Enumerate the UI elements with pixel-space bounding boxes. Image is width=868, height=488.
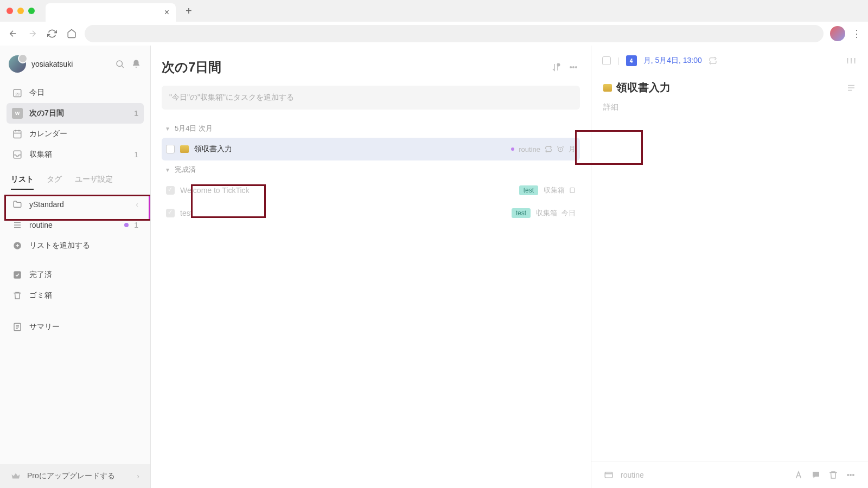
bell-icon[interactable] xyxy=(131,59,142,69)
task-meta: routine 月 xyxy=(511,144,576,154)
sidebar-item-trash[interactable]: ゴミ箱 xyxy=(7,285,144,306)
sidebar-bottom: 完了済 ゴミ箱 サマリー xyxy=(0,265,150,337)
main-header: 次の7日間 ••• xyxy=(162,59,580,76)
color-dot-icon xyxy=(511,147,514,151)
sidebar-item-completed[interactable]: 完了済 xyxy=(7,265,144,285)
sidebar-item-label: カレンダー xyxy=(29,129,67,139)
detail-footer: routine ••• xyxy=(591,461,868,488)
detail-title-row: 領収書入力 xyxy=(603,80,856,95)
task-row[interactable]: test test 収集箱 今日 xyxy=(162,202,580,224)
reload-icon[interactable] xyxy=(46,27,59,40)
page-title: 次の7日間 xyxy=(162,59,545,76)
priority-icon[interactable]: !!! xyxy=(846,56,857,65)
close-window-icon[interactable] xyxy=(7,8,13,14)
task-list-label: 収集箱 xyxy=(536,208,557,218)
sort-icon[interactable] xyxy=(550,61,563,74)
count-badge: 1 xyxy=(134,150,138,159)
section-label: 5月4日 次月 xyxy=(175,124,213,133)
section-header[interactable]: ▼ 5月4日 次月 xyxy=(162,119,580,138)
date-badge[interactable]: 4 xyxy=(626,55,637,66)
task-row[interactable]: 領収書入力 routine 月 xyxy=(162,138,580,160)
smart-lists: 29 今日 W 次の7日間 1 カレンダー 収集箱 1 xyxy=(0,82,150,165)
browser-chrome: × + ⋮ xyxy=(0,0,868,46)
task-list-label: routine xyxy=(519,145,540,153)
task-row[interactable]: Welcome to TickTick test 収集箱 xyxy=(162,179,580,202)
tab-bar: × + xyxy=(0,0,868,22)
list-meta: 1 xyxy=(124,221,138,229)
url-input[interactable] xyxy=(85,25,824,42)
text-format-icon[interactable] xyxy=(793,470,804,480)
profile-avatar-icon[interactable] xyxy=(830,26,845,41)
detail-list-label[interactable]: routine xyxy=(621,471,644,479)
trash-icon xyxy=(12,290,23,301)
task-title: 領収書入力 xyxy=(194,144,506,154)
sidebar-item-label: リストを追加する xyxy=(29,241,90,251)
task-checkbox[interactable] xyxy=(166,209,175,217)
tab-list[interactable]: リスト xyxy=(11,170,34,190)
add-task-input[interactable]: "今日"の"収集箱"にタスクを追加する xyxy=(162,86,580,110)
browser-menu-icon[interactable]: ⋮ xyxy=(852,28,861,40)
repeat-icon xyxy=(545,145,552,153)
task-date: 月 xyxy=(569,144,576,154)
sidebar-add-list[interactable]: リストを追加する xyxy=(7,235,144,256)
alarm-icon xyxy=(557,145,564,153)
trash-icon[interactable] xyxy=(828,470,839,480)
description-toggle-icon[interactable] xyxy=(846,83,856,93)
sidebar-item-calendar[interactable]: カレンダー xyxy=(7,124,144,144)
task-checkbox[interactable] xyxy=(166,186,175,195)
detail-description[interactable]: 詳細 xyxy=(603,102,856,112)
username-label[interactable]: yosiakatsuki xyxy=(31,60,109,68)
sidebar-item-inbox[interactable]: 収集箱 1 xyxy=(7,144,144,165)
window-controls[interactable] xyxy=(7,8,41,14)
home-icon[interactable] xyxy=(65,27,78,40)
repeat-icon[interactable] xyxy=(709,56,717,65)
receipt-icon xyxy=(180,145,189,153)
list-select-icon[interactable] xyxy=(603,470,614,480)
svg-rect-11 xyxy=(605,472,612,478)
tag-chip[interactable]: test xyxy=(512,208,531,218)
maximize-window-icon[interactable] xyxy=(28,8,35,14)
plus-circle-icon xyxy=(12,240,23,251)
collapse-triangle-icon: ▼ xyxy=(165,167,170,173)
tag-chip[interactable]: test xyxy=(519,185,538,195)
search-icon[interactable] xyxy=(114,59,125,69)
svg-text:29: 29 xyxy=(15,92,20,96)
sidebar-header: yosiakatsuki xyxy=(0,46,150,82)
task-meta: 収集箱 xyxy=(544,185,576,195)
upgrade-banner[interactable]: Proにアップグレードする › xyxy=(0,464,150,488)
calendar-icon xyxy=(12,129,23,139)
add-task-placeholder: "今日"の"収集箱"にタスクを追加する xyxy=(169,93,294,102)
more-icon[interactable]: ••• xyxy=(845,470,856,480)
task-date-label[interactable]: 月, 5月4日, 13:00 xyxy=(643,56,702,66)
tab-user-settings[interactable]: ユーザ設定 xyxy=(75,170,113,190)
comment-icon[interactable] xyxy=(810,470,821,480)
document-icon xyxy=(12,322,23,332)
tab-tag[interactable]: タグ xyxy=(47,170,62,190)
back-icon[interactable] xyxy=(7,27,20,40)
detail-task-title[interactable]: 領収書入力 xyxy=(616,80,671,95)
user-avatar-icon[interactable] xyxy=(9,55,26,73)
crown-icon xyxy=(11,471,21,481)
minimize-window-icon[interactable] xyxy=(17,8,24,14)
browser-tab[interactable]: × xyxy=(46,3,176,22)
task-title: test xyxy=(180,209,506,217)
task-checkbox[interactable] xyxy=(602,56,611,65)
user-lists: yStandard ‹ routine 1 リストを追加する xyxy=(0,190,150,260)
close-tab-icon[interactable]: × xyxy=(164,8,169,17)
task-checkbox[interactable] xyxy=(166,145,175,153)
forward-icon[interactable] xyxy=(26,27,39,40)
sidebar-item-today[interactable]: 29 今日 xyxy=(7,82,144,103)
app-root: yosiakatsuki 29 今日 W 次の7日間 1 カレンダー 収集箱 1 xyxy=(0,46,868,488)
detail-header: | 4 月, 5月4日, 13:00 !!! xyxy=(591,46,868,76)
collapse-triangle-icon: ▼ xyxy=(165,126,170,132)
more-icon[interactable]: ••• xyxy=(567,61,580,74)
chevron-left-icon: ‹ xyxy=(136,200,138,209)
sidebar-item-summary[interactable]: サマリー xyxy=(7,317,144,337)
sidebar-item-ystandard[interactable]: yStandard ‹ xyxy=(7,194,144,215)
section-header[interactable]: ▼ 完成済 xyxy=(162,160,580,179)
task-list-label: 収集箱 xyxy=(544,185,565,195)
sidebar-item-label: 完了済 xyxy=(29,270,52,280)
new-tab-button[interactable]: + xyxy=(180,5,197,17)
sidebar-item-next7days[interactable]: W 次の7日間 1 xyxy=(7,103,144,124)
sidebar-item-routine[interactable]: routine 1 xyxy=(7,215,144,235)
